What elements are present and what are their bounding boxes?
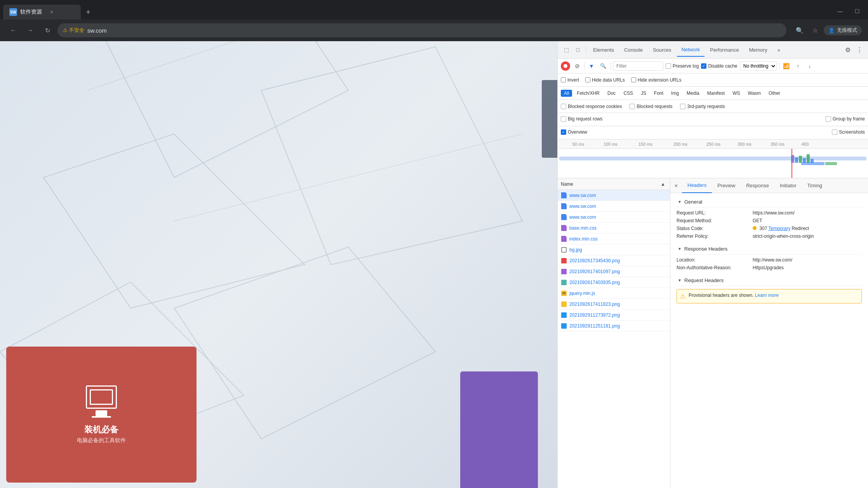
type-filter-wasm[interactable]: Wasm (745, 90, 764, 97)
new-tab-button[interactable]: + (81, 5, 96, 19)
big-rows-checkbox[interactable] (561, 116, 566, 122)
type-filter-ws[interactable]: WS (729, 90, 743, 97)
inspect-element-tool[interactable]: ⬚ (561, 44, 572, 55)
hide-data-urls-label[interactable]: Hide data URLs (585, 77, 625, 83)
detail-tab-initiator[interactable]: Initiator (774, 178, 802, 193)
wifi-icon[interactable]: 📶 (782, 61, 791, 71)
list-item[interactable]: 2021092617401097.png (558, 266, 670, 277)
type-filter-doc[interactable]: Doc (604, 90, 619, 97)
type-filter-img[interactable]: Img (668, 90, 682, 97)
detail-tab-timing[interactable]: Timing (802, 178, 828, 193)
disable-cache-label[interactable]: ✓ Disable cache (701, 63, 737, 69)
blocked-requests-checkbox[interactable] (630, 104, 635, 109)
response-headers-section-header[interactable]: ▼ Response Headers (677, 243, 862, 254)
hide-ext-urls-label[interactable]: Hide extension URLs (631, 77, 682, 83)
list-item[interactable]: JS jquery.min.js (558, 288, 670, 299)
minimize-button[interactable]: — (832, 5, 848, 18)
devtools-more-button[interactable]: ⋮ (854, 44, 865, 55)
address-bar[interactable]: ⚠ 不安全 sw.com (57, 23, 786, 37)
status-code-val: 307 Temporary Redirect (753, 226, 862, 231)
clear-button[interactable]: ⊘ (572, 61, 582, 71)
overview-checkbox[interactable]: ✓ (561, 129, 566, 135)
ruler-marks-container: 50 ms 100 ms 150 ms 200 ms 250 ms 300 ms… (561, 139, 868, 148)
tab-console[interactable]: Console (619, 43, 647, 57)
forward-button[interactable]: → (23, 23, 37, 37)
tab-memory[interactable]: Memory (744, 43, 772, 57)
tab-network[interactable]: Network (677, 43, 705, 57)
type-filter-fetch-xhr[interactable]: Fetch/XHR (574, 90, 603, 97)
type-filter-media[interactable]: Media (684, 90, 703, 97)
group-by-frame-checkbox[interactable] (826, 116, 831, 122)
preserve-log-label[interactable]: Preserve log (666, 63, 699, 69)
filter-input[interactable] (613, 61, 663, 71)
type-filter-css[interactable]: CSS (620, 90, 636, 97)
maximize-button[interactable]: ☐ (849, 5, 865, 18)
status-highlight[interactable]: Temporary (768, 226, 790, 231)
list-item[interactable]: www.sw.com (558, 201, 670, 212)
browser-tab[interactable]: SW 软件资源 × (3, 5, 81, 19)
back-button[interactable]: ← (6, 23, 20, 37)
third-party-requests-checkbox[interactable] (680, 104, 685, 109)
group-by-frame-label[interactable]: Group by frame (826, 116, 865, 122)
detail-tab-preview[interactable]: Preview (712, 178, 741, 193)
list-item[interactable]: 2021092617403935.png (558, 277, 670, 288)
general-section-header[interactable]: ▼ General (677, 196, 862, 207)
request-headers-section-header[interactable]: ▼ Request Headers (677, 275, 862, 286)
type-filter-js[interactable]: JS (638, 90, 649, 97)
screenshots-label[interactable]: Screenshots (832, 129, 865, 135)
bookmark-button[interactable]: ☆ (808, 23, 822, 37)
big-rows-label[interactable]: Big request rows (561, 116, 602, 122)
screenshots-checkbox[interactable] (832, 129, 837, 135)
record-button[interactable] (561, 61, 570, 71)
timeline-area[interactable]: 50 ms 100 ms 150 ms 200 ms 250 ms 300 ms… (558, 139, 868, 178)
invert-label[interactable]: Invert (561, 77, 579, 83)
list-item[interactable]: www.sw.com (558, 212, 670, 223)
detail-close-button[interactable]: × (670, 180, 682, 192)
device-toolbar-tool[interactable]: □ (572, 44, 583, 55)
item-name: 2021092617345430.png (569, 258, 667, 263)
refresh-button[interactable]: ↻ (40, 23, 54, 37)
list-item[interactable]: 2021092911273972.png (558, 310, 670, 321)
tab-close-button[interactable]: × (48, 9, 55, 16)
detail-tab-headers[interactable]: Headers (682, 178, 712, 193)
throttle-select[interactable]: No throttling (740, 61, 777, 71)
blocked-requests-label[interactable]: Blocked requests (630, 104, 672, 109)
list-item[interactable]: 2021092617411823.png (558, 299, 670, 310)
list-item[interactable]: bg.jpg (558, 244, 670, 255)
devtools-settings-button[interactable]: ⚙ (842, 44, 853, 55)
invert-checkbox[interactable] (561, 77, 566, 82)
list-item[interactable]: base.min.css (558, 223, 670, 234)
list-item[interactable]: index.min.css (558, 234, 670, 244)
import-button[interactable]: ↑ (793, 61, 803, 71)
toolbar-sep-1 (584, 62, 584, 70)
type-filter-all[interactable]: All (561, 90, 572, 97)
type-filter-other[interactable]: Other (765, 90, 783, 97)
item-name: www.sw.com (569, 193, 667, 198)
type-filter-font[interactable]: Font (651, 90, 666, 97)
tab-performance[interactable]: Performance (705, 43, 743, 57)
blocked-response-cookies-label[interactable]: Blocked response cookies (561, 104, 622, 109)
tab-more[interactable]: » (773, 43, 785, 57)
list-item[interactable]: www.sw.com (558, 190, 670, 201)
learn-more-link[interactable]: Learn more (755, 293, 779, 298)
search-button[interactable]: 🔍 (793, 23, 807, 37)
search-network-button[interactable]: 🔍 (598, 61, 608, 71)
preserve-log-checkbox[interactable] (666, 63, 671, 69)
incognito-button[interactable]: 👤 无痕模式 (824, 25, 862, 35)
tab-elements[interactable]: Elements (588, 43, 619, 57)
timeline-graph[interactable] (558, 149, 868, 178)
list-item[interactable]: 2021092911251181.png (558, 321, 670, 331)
disable-cache-checkbox[interactable]: ✓ (701, 63, 706, 69)
overview-label[interactable]: ✓ Overview (561, 129, 587, 135)
list-item[interactable]: 2021092617345430.png (558, 255, 670, 266)
hide-ext-urls-checkbox[interactable] (631, 77, 636, 82)
tab-sources[interactable]: Sources (648, 43, 676, 57)
type-filter-manifest[interactable]: Manifest (704, 90, 728, 97)
detail-tab-response[interactable]: Response (741, 178, 774, 193)
filter-button[interactable]: ▼ (587, 61, 596, 71)
export-button[interactable]: ↓ (805, 61, 814, 71)
hide-data-urls-checkbox[interactable] (585, 77, 590, 82)
blocked-response-cookies-checkbox[interactable] (561, 104, 566, 109)
list-scroll-button[interactable]: ▲ (659, 180, 667, 188)
third-party-requests-label[interactable]: 3rd-party requests (680, 104, 725, 109)
